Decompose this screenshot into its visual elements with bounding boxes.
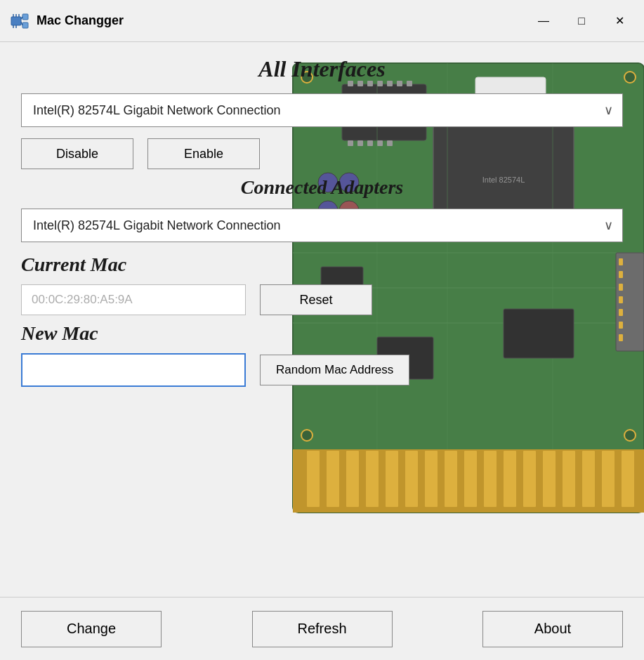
content-area: All Interfaces Intel(R) 82574L Gigabit N… — [0, 42, 644, 660]
connected-adapters-title: Connected Adapters — [21, 176, 623, 199]
maximize-button[interactable]: □ — [565, 10, 598, 32]
change-button[interactable]: Change — [21, 611, 162, 647]
app-icon — [8, 10, 31, 32]
current-mac-row: 00:0C:29:80:A5:9A Reset — [21, 284, 623, 315]
reset-button[interactable]: Reset — [260, 284, 372, 315]
random-mac-button[interactable]: Random Mac Address — [260, 355, 409, 385]
disable-button[interactable]: Disable — [21, 138, 133, 169]
about-button[interactable]: About — [482, 611, 623, 647]
svg-rect-2 — [22, 22, 28, 28]
bottom-bar: Change Refresh About — [0, 597, 644, 660]
current-mac-value: 00:0C:29:80:A5:9A — [21, 284, 246, 315]
enable-button[interactable]: Enable — [147, 138, 260, 169]
all-interfaces-dropdown-container: Intel(R) 82574L Gigabit Network Connecti… — [21, 93, 623, 127]
new-mac-title: New Mac — [21, 322, 623, 345]
connected-adapters-dropdown[interactable]: Intel(R) 82574L Gigabit Network Connecti… — [21, 209, 623, 242]
connected-adapters-dropdown-container: Intel(R) 82574L Gigabit Network Connecti… — [21, 209, 623, 242]
current-mac-title: Current Mac — [21, 253, 623, 276]
main-content: Intel 82574L ANTENNA — [0, 42, 644, 660]
app-title: Mac Changger — [37, 13, 527, 28]
svg-rect-1 — [22, 14, 28, 20]
close-button[interactable]: ✕ — [603, 10, 636, 32]
title-bar: Mac Changger — □ ✕ — [0, 0, 644, 42]
refresh-button[interactable]: Refresh — [252, 611, 393, 647]
window-controls: — □ ✕ — [527, 10, 636, 32]
minimize-button[interactable]: — — [527, 10, 560, 32]
all-interfaces-title: All Interfaces — [21, 56, 623, 82]
new-mac-row: Random Mac Address — [21, 353, 623, 387]
disable-enable-row: Disable Enable — [21, 138, 623, 169]
svg-rect-0 — [11, 17, 21, 25]
all-interfaces-dropdown[interactable]: Intel(R) 82574L Gigabit Network Connecti… — [21, 93, 623, 127]
new-mac-input[interactable] — [21, 353, 246, 387]
